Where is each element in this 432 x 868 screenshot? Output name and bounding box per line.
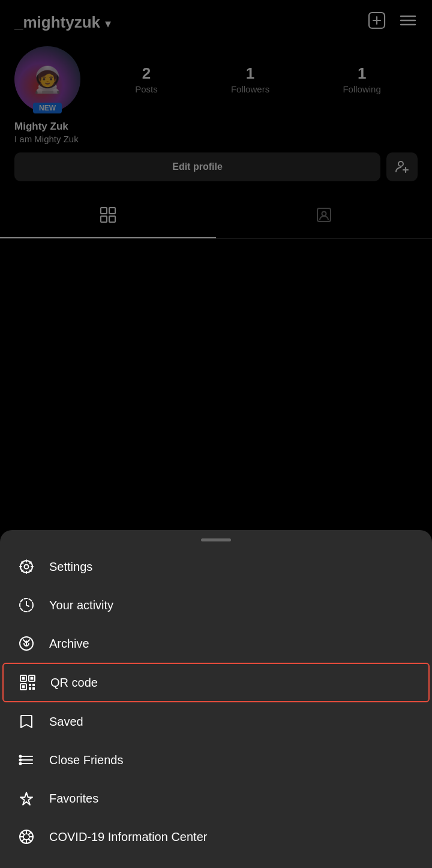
menu-item-favorites[interactable]: Favorites (0, 779, 432, 818)
menu-item-close-friends[interactable]: Close Friends (0, 741, 432, 779)
covid-icon (17, 828, 36, 845)
menu-item-saved[interactable]: Saved (0, 702, 432, 741)
svg-line-44 (22, 839, 25, 842)
qr-code-label: QR code (50, 676, 98, 690)
side-menu-drawer: Settings Your activity Archive (0, 530, 432, 868)
saved-label: Saved (49, 715, 83, 729)
favorites-icon (17, 790, 36, 807)
your-activity-label: Your activity (49, 598, 113, 612)
close-friends-icon (17, 752, 36, 768)
archive-label: Archive (49, 637, 89, 651)
svg-rect-27 (29, 687, 31, 690)
menu-item-qr-code[interactable]: QR code (2, 663, 430, 702)
svg-rect-26 (32, 684, 35, 686)
qr-code-icon (18, 674, 37, 692)
svg-rect-25 (29, 684, 31, 686)
activity-icon (17, 597, 36, 613)
svg-line-41 (22, 833, 25, 835)
menu-item-your-activity[interactable]: Your activity (0, 586, 432, 624)
svg-point-33 (19, 759, 22, 762)
covid-label: COVID-19 Information Center (49, 830, 207, 844)
handle-bar (201, 538, 231, 541)
svg-rect-22 (31, 677, 34, 680)
menu-item-archive[interactable]: Archive (0, 624, 432, 663)
settings-label: Settings (49, 560, 92, 574)
svg-point-32 (19, 755, 22, 758)
menu-item-settings[interactable]: Settings (0, 547, 432, 586)
svg-point-15 (25, 565, 29, 569)
svg-point-34 (19, 762, 22, 765)
svg-rect-20 (22, 677, 25, 680)
svg-line-43 (29, 833, 31, 835)
svg-rect-28 (32, 687, 35, 690)
svg-rect-24 (22, 686, 25, 689)
drawer-handle[interactable] (0, 530, 432, 547)
settings-icon (17, 558, 36, 575)
archive-icon (17, 635, 36, 652)
close-friends-label: Close Friends (49, 753, 123, 767)
favorites-label: Favorites (49, 792, 98, 806)
menu-item-covid[interactable]: COVID-19 Information Center (0, 818, 432, 856)
saved-icon (17, 713, 36, 730)
svg-line-42 (29, 839, 31, 842)
